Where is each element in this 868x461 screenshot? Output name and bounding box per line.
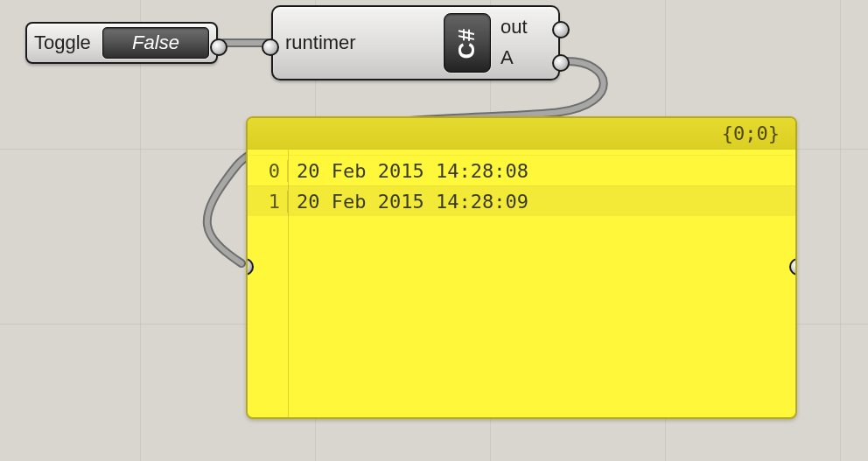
- panel-row-value: 20 Feb 2015 14:28:08: [288, 160, 528, 182]
- panel-row: 0 20 Feb 2015 14:28:08: [248, 155, 795, 185]
- script-output-out: out: [500, 16, 548, 38]
- toggle-output-port[interactable]: [210, 38, 228, 56]
- boolean-toggle-node[interactable]: Toggle False: [25, 22, 218, 64]
- script-output-port-a[interactable]: [552, 54, 570, 72]
- panel-row-value: 20 Feb 2015 14:28:09: [288, 191, 528, 213]
- panel-output-port[interactable]: [789, 258, 797, 276]
- script-outputs-group: out A: [492, 12, 548, 73]
- panel-header: {0;0}: [248, 118, 795, 150]
- panel-row-index: 0: [248, 160, 288, 182]
- panel-body: 0 20 Feb 2015 14:28:08 1 20 Feb 2015 14:…: [248, 150, 795, 216]
- csharp-icon-text: C#: [454, 27, 481, 58]
- panel-row-index: 1: [248, 191, 288, 213]
- toggle-label: Toggle: [34, 31, 102, 54]
- script-input-label: runtimer: [284, 31, 443, 54]
- script-output-a: A: [500, 46, 548, 69]
- panel-index-divider: [288, 150, 289, 417]
- panel-tree-path: {0;0}: [722, 122, 780, 144]
- csharp-script-node[interactable]: runtimer C# out A: [271, 5, 560, 80]
- panel-row: 1 20 Feb 2015 14:28:09: [248, 185, 795, 216]
- script-input-port[interactable]: [262, 38, 279, 56]
- grasshopper-canvas[interactable]: Toggle False runtimer C# out A {0;0} 0 2…: [0, 0, 868, 461]
- toggle-value-button[interactable]: False: [102, 27, 209, 59]
- csharp-icon[interactable]: C#: [444, 13, 491, 73]
- panel-input-port[interactable]: [246, 258, 254, 276]
- script-output-port-out[interactable]: [552, 21, 570, 38]
- data-panel-node[interactable]: {0;0} 0 20 Feb 2015 14:28:08 1 20 Feb 20…: [246, 116, 797, 419]
